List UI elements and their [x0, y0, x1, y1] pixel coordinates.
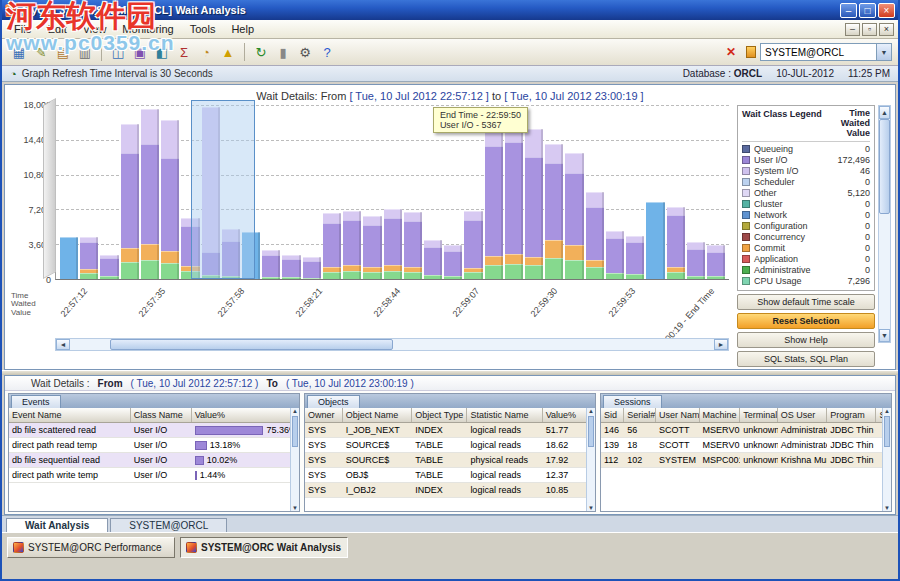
taskbar-wait-analysis-button[interactable]: SYSTEM@ORC Wait Analysis — [180, 537, 348, 558]
wait-analysis-icon[interactable]: ▣ — [129, 42, 151, 62]
mdi-close-button[interactable]: × — [879, 23, 894, 36]
menu-tools[interactable]: Tools — [182, 21, 224, 37]
mdi-minimize-button[interactable]: – — [845, 23, 860, 36]
export-icon[interactable]: ▥ — [74, 42, 96, 62]
tab-sessions[interactable]: Sessions — [603, 395, 662, 408]
chart-horizontal-scrollbar[interactable]: ◄ ► — [55, 338, 729, 351]
help-icon[interactable]: ? — [316, 42, 338, 62]
table-row[interactable]: SYSSOURCE$TABLElogical reads18.62 — [305, 438, 595, 453]
scroll-up-icon[interactable]: ▲ — [879, 106, 890, 119]
settings-icon[interactable]: ⚙ — [294, 42, 316, 62]
scroll-left-icon[interactable]: ◄ — [56, 339, 70, 350]
minimize-button[interactable]: – — [840, 3, 857, 18]
chart-bar[interactable] — [100, 105, 118, 279]
new-connection-icon[interactable]: ▦ — [8, 42, 30, 62]
menu-file[interactable]: File — [6, 21, 40, 37]
column-header[interactable]: Class Name — [131, 408, 192, 422]
chart-bar[interactable] — [161, 105, 179, 279]
show-default-timescale-button[interactable]: Show default Time scale — [737, 294, 875, 310]
table-row[interactable]: db file scattered readUser I/O75.36% — [9, 423, 299, 438]
menu-view[interactable]: View — [75, 21, 115, 37]
column-header[interactable]: Object Name — [343, 408, 413, 422]
column-header[interactable]: Machine — [700, 408, 741, 422]
chart-bar[interactable] — [687, 105, 705, 279]
objects-scrollbar[interactable]: ▲▼ — [586, 408, 595, 511]
chart-bar[interactable] — [80, 105, 98, 279]
table-row[interactable]: 14656SCOTTMSERV01unknownAdministratorJDB… — [601, 423, 891, 438]
tablespace-icon[interactable]: ◔ — [195, 42, 217, 62]
close-button[interactable]: × — [878, 3, 895, 18]
connection-select[interactable]: SYSTEM@ORCL ▼ — [760, 43, 892, 61]
chart-bar[interactable] — [60, 105, 78, 279]
column-header[interactable]: Program — [827, 408, 876, 422]
performance-monitor-icon[interactable]: ◫ — [107, 42, 129, 62]
menu-help[interactable]: Help — [223, 21, 262, 37]
tab-objects[interactable]: Objects — [307, 395, 360, 408]
table-row[interactable]: db file sequential readUser I/O10.02% — [9, 453, 299, 468]
table-row[interactable]: direct path read tempUser I/O13.18% — [9, 438, 299, 453]
scrollbar-thumb[interactable] — [879, 119, 890, 213]
column-header[interactable]: OS User — [778, 408, 827, 422]
reset-selection-button[interactable]: Reset Selection — [737, 313, 875, 329]
table-row[interactable]: direct path write tempUser I/O1.44% — [9, 468, 299, 483]
table-row[interactable]: SYSI_JOB_NEXTINDEXlogical reads51.77 — [305, 423, 595, 438]
tab-system-orcl[interactable]: SYSTEM@ORCL — [110, 518, 227, 532]
show-help-button[interactable]: Show Help — [737, 332, 875, 348]
chart-selection[interactable] — [191, 100, 255, 279]
alerts-icon[interactable]: ▲ — [217, 42, 239, 62]
column-header[interactable]: Value% — [192, 408, 299, 422]
table-row[interactable]: SYSI_OBJ2INDEXlogical reads10.85 — [305, 483, 595, 498]
chart-bar[interactable] — [667, 105, 685, 279]
column-header[interactable]: Statistic Name — [467, 408, 542, 422]
chart-bar[interactable] — [262, 105, 280, 279]
menu-edit[interactable]: Edit — [40, 21, 75, 37]
chart-bar[interactable] — [141, 105, 159, 279]
table-row[interactable]: SYSOBJ$TABLElogical reads12.37 — [305, 468, 595, 483]
chart-plot[interactable]: End Time - 22:59:50 User I/O - 5367 — [55, 105, 729, 280]
taskbar-performance-button[interactable]: SYSTEM@ORC Performance — [7, 537, 175, 558]
mdi-restore-button[interactable]: ▫ — [862, 23, 877, 36]
chart-bar[interactable] — [565, 105, 583, 279]
chart-bar[interactable] — [404, 105, 422, 279]
events-scrollbar[interactable]: ▲▼ — [290, 408, 299, 511]
table-row[interactable]: 112102SYSTEMMSPC001unknownKrishna Murthy… — [601, 453, 891, 468]
chart-bar[interactable] — [707, 105, 725, 279]
chart-bar[interactable] — [626, 105, 644, 279]
tab-wait-analysis[interactable]: Wait Analysis — [6, 518, 108, 532]
table-row[interactable]: 13918SCOTTMSERV01unknownAdministratorJDB… — [601, 438, 891, 453]
chart-bar[interactable] — [646, 105, 664, 279]
chart-bar[interactable] — [363, 105, 381, 279]
menu-monitoring[interactable]: Monitoring — [114, 21, 181, 37]
column-header[interactable]: Event Name — [9, 408, 131, 422]
chart-bar[interactable] — [323, 105, 341, 279]
column-header[interactable]: Terminal — [740, 408, 778, 422]
column-header[interactable]: Serial# — [624, 408, 656, 422]
tab-events[interactable]: Events — [11, 395, 61, 408]
disconnect-button[interactable]: ✕ — [720, 42, 742, 62]
chart-bar[interactable] — [282, 105, 300, 279]
chart-bar[interactable] — [606, 105, 624, 279]
top-sql-icon[interactable]: Σ — [173, 42, 195, 62]
schema-browser-icon[interactable]: ▤ — [52, 42, 74, 62]
sql-editor-icon[interactable]: ✎ — [30, 42, 52, 62]
scroll-down-icon[interactable]: ▼ — [879, 329, 890, 342]
chart-bar[interactable] — [303, 105, 321, 279]
maximize-button[interactable]: □ — [859, 3, 876, 18]
chart-bar[interactable] — [384, 105, 402, 279]
scroll-right-icon[interactable]: ► — [714, 339, 728, 350]
column-header[interactable]: Object Type — [412, 408, 467, 422]
chart-bar[interactable] — [121, 105, 139, 279]
chart-bar[interactable] — [545, 105, 563, 279]
session-monitor-icon[interactable]: ◧ — [151, 42, 173, 62]
sessions-scrollbar[interactable]: ▲▼ — [882, 408, 891, 511]
chart-bar[interactable] — [343, 105, 361, 279]
column-header[interactable]: Sid — [601, 408, 624, 422]
chart-vertical-scrollbar[interactable]: ▲ ▼ — [878, 105, 891, 343]
sql-stats-button[interactable]: SQL Stats, SQL Plan — [737, 351, 875, 367]
table-row[interactable]: SYSSOURCE$TABLEphysical reads17.92 — [305, 453, 595, 468]
pause-icon[interactable]: ▮ — [272, 42, 294, 62]
column-header[interactable]: Owner — [305, 408, 343, 422]
chart-bar[interactable] — [586, 105, 604, 279]
scrollbar-thumb[interactable] — [110, 339, 392, 350]
refresh-icon[interactable]: ↻ — [250, 42, 272, 62]
